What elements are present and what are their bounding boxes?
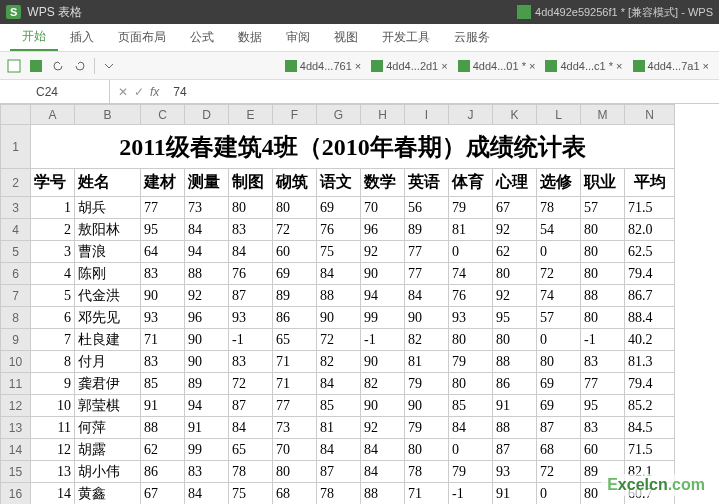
- cell[interactable]: 80: [581, 307, 625, 329]
- cell[interactable]: -1: [449, 483, 493, 505]
- cell[interactable]: 70: [361, 197, 405, 219]
- row-head-2[interactable]: 2: [1, 169, 31, 197]
- cell[interactable]: 91: [493, 483, 537, 505]
- cell[interactable]: 付月: [75, 351, 141, 373]
- col-head-N[interactable]: N: [625, 105, 675, 125]
- header-cell[interactable]: 心理: [493, 169, 537, 197]
- cell[interactable]: 62.5: [625, 241, 675, 263]
- col-head-C[interactable]: C: [141, 105, 185, 125]
- row-head-13[interactable]: 13: [1, 417, 31, 439]
- cell[interactable]: 89: [273, 285, 317, 307]
- cell[interactable]: 9: [31, 373, 75, 395]
- cell[interactable]: 67: [141, 483, 185, 505]
- row-head-6[interactable]: 6: [1, 263, 31, 285]
- header-cell[interactable]: 建材: [141, 169, 185, 197]
- cell[interactable]: 92: [185, 285, 229, 307]
- cell[interactable]: 78: [537, 197, 581, 219]
- cell[interactable]: 7: [31, 329, 75, 351]
- cell[interactable]: 65: [273, 329, 317, 351]
- cell[interactable]: 杜良建: [75, 329, 141, 351]
- cell[interactable]: 60: [273, 241, 317, 263]
- row-head-9[interactable]: 9: [1, 329, 31, 351]
- header-cell[interactable]: 制图: [229, 169, 273, 197]
- cell[interactable]: 56: [405, 197, 449, 219]
- cell[interactable]: 79: [449, 197, 493, 219]
- row-head-1[interactable]: 1: [1, 125, 31, 169]
- menu-tab-7[interactable]: 开发工具: [370, 24, 442, 51]
- cell[interactable]: 95: [581, 395, 625, 417]
- cell[interactable]: 84: [449, 417, 493, 439]
- cell[interactable]: 0: [537, 329, 581, 351]
- cell[interactable]: 85: [141, 373, 185, 395]
- save-icon[interactable]: [28, 58, 44, 74]
- row-head-11[interactable]: 11: [1, 373, 31, 395]
- cell[interactable]: 79.4: [625, 373, 675, 395]
- cell[interactable]: 80: [537, 351, 581, 373]
- cell[interactable]: 57: [537, 307, 581, 329]
- cell[interactable]: 80: [581, 241, 625, 263]
- cell[interactable]: 87: [493, 439, 537, 461]
- cell[interactable]: -1: [229, 329, 273, 351]
- cell[interactable]: 84: [229, 417, 273, 439]
- cell[interactable]: 94: [361, 285, 405, 307]
- cell[interactable]: 74: [537, 285, 581, 307]
- cell[interactable]: 71: [273, 373, 317, 395]
- cell[interactable]: 72: [537, 263, 581, 285]
- spreadsheet-area[interactable]: ABCDEFGHIJKLMN12011级春建筑4班（2010年春期）成绩统计表2…: [0, 104, 719, 504]
- cell[interactable]: 81: [405, 351, 449, 373]
- cell[interactable]: 74: [449, 263, 493, 285]
- row-head-3[interactable]: 3: [1, 197, 31, 219]
- cell[interactable]: 80: [493, 329, 537, 351]
- cell[interactable]: 91: [185, 417, 229, 439]
- cell[interactable]: 4: [31, 263, 75, 285]
- cell[interactable]: 83: [229, 219, 273, 241]
- cell[interactable]: 78: [405, 461, 449, 483]
- cell[interactable]: 0: [449, 241, 493, 263]
- cell[interactable]: 91: [493, 395, 537, 417]
- cell[interactable]: 78: [317, 483, 361, 505]
- cell[interactable]: 14: [31, 483, 75, 505]
- cell[interactable]: 93: [141, 307, 185, 329]
- cell[interactable]: 12: [31, 439, 75, 461]
- header-cell[interactable]: 选修: [537, 169, 581, 197]
- cell[interactable]: 84: [185, 219, 229, 241]
- cell[interactable]: 77: [405, 241, 449, 263]
- row-head-7[interactable]: 7: [1, 285, 31, 307]
- cell[interactable]: 96: [185, 307, 229, 329]
- cell[interactable]: 邓先见: [75, 307, 141, 329]
- cell[interactable]: 92: [493, 285, 537, 307]
- cell[interactable]: 82: [405, 329, 449, 351]
- cell[interactable]: 87: [229, 285, 273, 307]
- col-head-E[interactable]: E: [229, 105, 273, 125]
- cell[interactable]: 83: [581, 417, 625, 439]
- cell[interactable]: 95: [493, 307, 537, 329]
- row-head-4[interactable]: 4: [1, 219, 31, 241]
- file-tab-0[interactable]: 4dd4...761 ×: [281, 58, 365, 74]
- cell[interactable]: 80: [229, 197, 273, 219]
- cell[interactable]: 85.2: [625, 395, 675, 417]
- cell[interactable]: 62: [141, 439, 185, 461]
- row-head-5[interactable]: 5: [1, 241, 31, 263]
- header-cell[interactable]: 测量: [185, 169, 229, 197]
- col-head-J[interactable]: J: [449, 105, 493, 125]
- cell[interactable]: 83: [141, 351, 185, 373]
- cell[interactable]: 0: [537, 483, 581, 505]
- cell[interactable]: 89: [405, 219, 449, 241]
- cell[interactable]: 82: [361, 373, 405, 395]
- col-head-K[interactable]: K: [493, 105, 537, 125]
- cell[interactable]: 79: [449, 351, 493, 373]
- cell[interactable]: 6: [31, 307, 75, 329]
- cell[interactable]: 89: [185, 373, 229, 395]
- cancel-icon[interactable]: ✕: [118, 85, 128, 99]
- header-cell[interactable]: 体育: [449, 169, 493, 197]
- cell[interactable]: 90: [361, 263, 405, 285]
- cell[interactable]: 79.4: [625, 263, 675, 285]
- cell[interactable]: 81.3: [625, 351, 675, 373]
- col-head-A[interactable]: A: [31, 105, 75, 125]
- row-head-15[interactable]: 15: [1, 461, 31, 483]
- select-all[interactable]: [1, 105, 31, 125]
- cell[interactable]: 69: [537, 395, 581, 417]
- menu-tab-0[interactable]: 开始: [10, 24, 58, 51]
- new-icon[interactable]: [6, 58, 22, 74]
- cell[interactable]: 5: [31, 285, 75, 307]
